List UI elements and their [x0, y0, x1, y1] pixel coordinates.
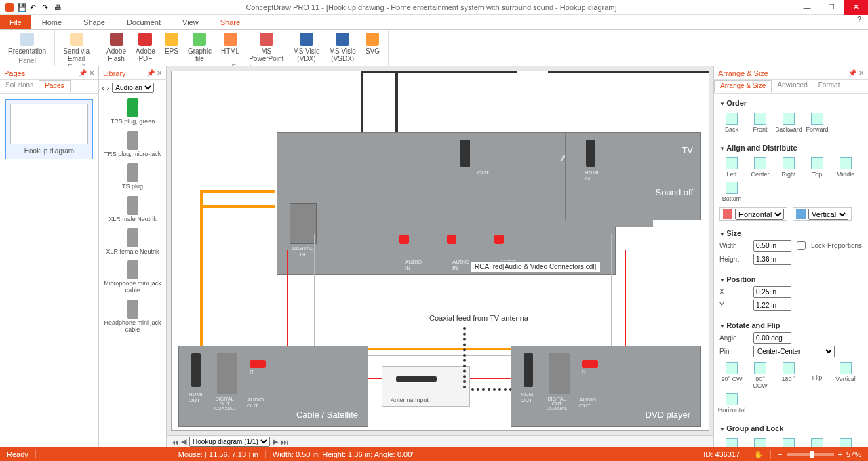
send-email-button[interactable]: Send via Email	[59, 31, 94, 64]
advanced-tab[interactable]: Advanced	[772, 80, 812, 93]
print-icon[interactable]: 🖶	[54, 3, 62, 12]
rotate-header[interactable]: Rotate and Flip	[719, 321, 863, 329]
list-item[interactable]: TRS plug, micro-jack	[99, 128, 166, 161]
rotate-ccw-button[interactable]: 90° CCW	[748, 362, 772, 389]
align-center-button[interactable]: Center	[748, 157, 772, 178]
titlebar: 💾 ↶ ↷ 🖶 ConceptDraw PRO 11 - [Hook up dr…	[0, 0, 868, 15]
list-item[interactable]: XLR female Neutrik	[99, 226, 166, 258]
ms-powerpoint-button[interactable]: MS PowerPoint	[245, 31, 288, 64]
lib-prev-icon[interactable]: ‹	[102, 84, 104, 92]
first-page-icon[interactable]: ⏮	[171, 438, 178, 446]
view-tab[interactable]: View	[172, 15, 210, 29]
list-item[interactable]: Headphone mini jack cable	[99, 297, 166, 336]
back-button[interactable]: Back	[719, 113, 744, 133]
app-icon	[5, 3, 14, 12]
align-top-button[interactable]: Top	[805, 157, 829, 178]
group-button[interactable]: Group	[719, 438, 744, 447]
help-button[interactable]: ?	[850, 15, 868, 29]
list-item[interactable]: TS plug	[99, 161, 166, 193]
status-ready: Ready	[0, 450, 36, 458]
align-right-button[interactable]: Right	[776, 157, 801, 178]
hand-tool-icon[interactable]: ✋	[747, 450, 771, 459]
minimize-button[interactable]: —	[795, 0, 819, 15]
prev-page-icon[interactable]: ◀	[181, 437, 186, 446]
arrange-pin-icon[interactable]: 📌 ✕	[848, 69, 864, 77]
front-button[interactable]: Front	[748, 113, 772, 133]
lock-button[interactable]: Lock	[805, 438, 829, 447]
height-input[interactable]	[753, 254, 791, 265]
eps-button[interactable]: EPS	[161, 31, 182, 64]
ungroup-button[interactable]: UnGroup	[748, 438, 772, 447]
home-tab[interactable]: Home	[31, 15, 73, 29]
drawing-canvas[interactable]: Audio/Video Receiver OUT DIGITAL IN AUDI…	[171, 71, 709, 431]
distribute-vertical[interactable]: Vertical	[793, 207, 852, 221]
pin-select[interactable]: Center-Center	[753, 346, 835, 357]
lib-next-icon[interactable]: ›	[107, 84, 110, 92]
list-item[interactable]: TRS plug, green	[99, 96, 166, 128]
share-tab[interactable]: Share	[210, 15, 251, 29]
angle-input[interactable]	[753, 332, 791, 344]
x-input[interactable]	[753, 286, 791, 298]
list-item[interactable]: Microphone mini jack cable	[99, 258, 166, 297]
pages-panel: Pages📌 ✕ Solutions Pages Hookup diagram	[0, 66, 99, 447]
backward-button[interactable]: Backward	[776, 113, 801, 133]
page-select[interactable]: Hookup diagram (1/1)	[189, 437, 270, 447]
cablesat-device[interactable]: Cable / Satellite HDMI OUT DIGITAL OUT C…	[178, 346, 368, 427]
flip-horizontal-button[interactable]: Horizontal	[719, 393, 744, 414]
ms-visio-vdx-button[interactable]: MS Visio (VDX)	[289, 31, 323, 64]
distribute-horizontal[interactable]: Horizontal	[719, 207, 787, 221]
close-button[interactable]: ✕	[844, 0, 868, 15]
rotate-180-button[interactable]: 180 °	[776, 362, 801, 389]
pin-icon[interactable]: 📌 ✕	[79, 69, 94, 77]
maximize-button[interactable]: ☐	[819, 0, 844, 15]
edit-group-button[interactable]: Edit Group	[776, 438, 801, 447]
zoom-slider[interactable]	[787, 453, 834, 456]
tv-device[interactable]: TV Sound off HDMI IN	[565, 132, 701, 220]
arrange-title: Arrange & Size	[718, 69, 768, 77]
antenna-input-device[interactable]: Antenna Input	[382, 366, 470, 407]
align-header[interactable]: Align and Distribute	[719, 144, 863, 152]
adobe-pdf-button[interactable]: Adobe PDF	[132, 31, 159, 64]
html-button[interactable]: HTML	[217, 31, 243, 64]
undo-icon[interactable]: ↶	[30, 3, 38, 12]
size-header[interactable]: Size	[719, 229, 863, 237]
align-middle-button[interactable]: Middle	[833, 157, 858, 178]
page-thumbnail[interactable]: Hookup diagram	[5, 99, 93, 159]
library-pin-icon[interactable]: 📌 ✕	[146, 69, 162, 77]
list-item[interactable]: XLR male Neutrik	[99, 193, 166, 226]
graphic-file-button[interactable]: Graphic file	[184, 31, 216, 64]
save-icon[interactable]: 💾	[18, 3, 26, 12]
flip-vertical-button[interactable]: Vertical	[833, 362, 858, 389]
ms-visio-vsdx-button[interactable]: MS Visio (VSDX)	[326, 31, 360, 64]
document-tab[interactable]: Document	[116, 15, 172, 29]
unlock-button[interactable]: UnLock	[833, 438, 858, 447]
width-input[interactable]	[753, 240, 791, 252]
panel-group-label: Panel	[4, 57, 50, 64]
align-left-button[interactable]: Left	[719, 157, 744, 178]
format-tab[interactable]: Format	[813, 80, 846, 93]
zoom-out-icon[interactable]: −	[778, 450, 782, 458]
next-page-icon[interactable]: ▶	[273, 437, 278, 446]
position-header[interactable]: Position	[719, 275, 863, 283]
forward-button[interactable]: Forward	[805, 113, 829, 133]
pages-subtab[interactable]: Pages	[39, 80, 70, 93]
redo-icon[interactable]: ↷	[42, 3, 50, 12]
rotate-cw-button[interactable]: 90° CW	[719, 362, 744, 389]
last-page-icon[interactable]: ⏭	[281, 438, 288, 446]
shape-tab[interactable]: Shape	[73, 15, 116, 29]
file-tab[interactable]: File	[0, 15, 31, 29]
arrange-tab[interactable]: Arrange & Size	[714, 80, 772, 93]
svg-button[interactable]: SVG	[361, 31, 384, 64]
presentation-button[interactable]: Presentation	[4, 31, 50, 57]
group-header[interactable]: Group and Lock	[719, 424, 863, 433]
status-id: ID: 436317	[696, 450, 747, 458]
library-dropdown[interactable]: Audio and vi…	[112, 83, 154, 93]
dvd-device[interactable]: DVD player HDMI OUT DIGITAL OUT COAXIAL …	[511, 346, 701, 427]
lock-proportions-checkbox[interactable]	[797, 241, 806, 250]
align-bottom-button[interactable]: Bottom	[719, 182, 744, 202]
zoom-in-icon[interactable]: +	[838, 450, 842, 458]
solutions-tab[interactable]: Solutions	[0, 80, 39, 93]
y-input[interactable]	[753, 300, 791, 311]
order-header[interactable]: Order	[719, 99, 863, 107]
adobe-flash-button[interactable]: Adobe Flash	[102, 31, 130, 64]
